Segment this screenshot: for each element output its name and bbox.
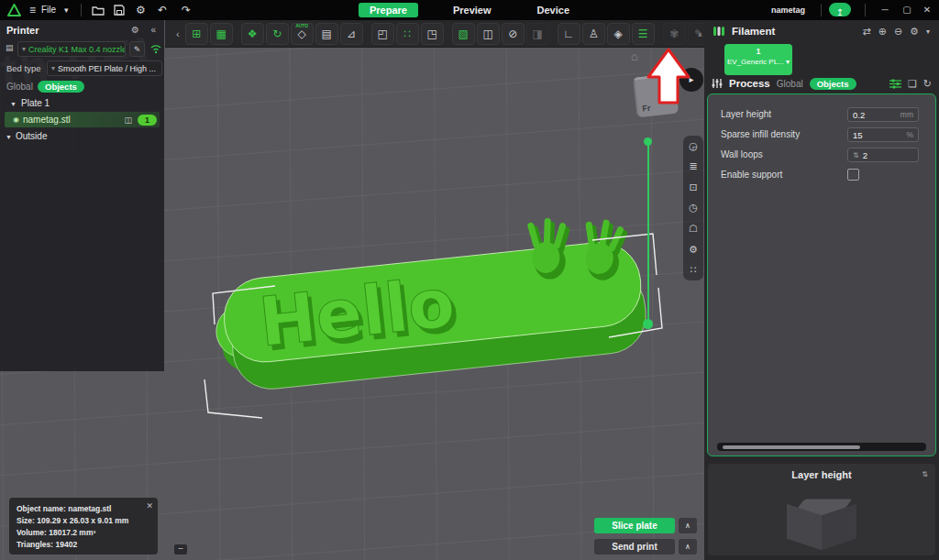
toolbar-expand-icon[interactable]: › bbox=[698, 28, 701, 39]
brim-button[interactable]: ▧ bbox=[452, 23, 475, 45]
light-icon[interactable]: ☖ bbox=[689, 224, 698, 234]
merge-button[interactable]: ◨ bbox=[526, 23, 549, 45]
height-indicator-top-dot[interactable] bbox=[644, 137, 652, 146]
variable-layer-height-icon: ☰ bbox=[638, 27, 648, 40]
align-button[interactable]: ▤ bbox=[315, 23, 338, 45]
tab-objects-process[interactable]: Objects bbox=[810, 78, 856, 90]
auto-orient-button[interactable]: AUTO◇ bbox=[291, 23, 314, 45]
plate-grid-icon[interactable]: ⊡ bbox=[689, 182, 697, 192]
send-print-button[interactable]: Send print bbox=[594, 539, 675, 555]
layer-height-collapse-icon[interactable]: ⇅ bbox=[922, 470, 928, 478]
filament-settings-icon[interactable]: ⚙ bbox=[910, 26, 919, 38]
app-window: oth PEI Hello Hello bbox=[0, 0, 939, 560]
printer-settings-gear-icon[interactable]: ⚙ bbox=[131, 25, 139, 35]
info-triangles: Triangles: 19402 bbox=[17, 539, 150, 551]
rotate-button[interactable]: ↻ bbox=[266, 23, 289, 45]
cloud-upload-icon: ↥ bbox=[836, 7, 844, 17]
info-close-icon[interactable]: ✕ bbox=[146, 501, 153, 511]
outside-caret-icon[interactable]: ▼ bbox=[6, 134, 12, 140]
split-to-objects-icon: ◰ bbox=[378, 27, 388, 40]
info-volume: Volume: 18017.2 mm³ bbox=[17, 527, 150, 539]
add-plate-button[interactable]: ▦ bbox=[210, 23, 233, 45]
split-to-parts-button[interactable]: ∷ bbox=[396, 23, 419, 45]
bed-type-select[interactable]: ▾ Smooth PEI Plate / High ... bbox=[47, 60, 162, 76]
apps-icon[interactable]: ∷ bbox=[690, 265, 697, 275]
infill-unit: % bbox=[906, 130, 913, 139]
scale-to-fit-button[interactable]: ◳ bbox=[421, 23, 444, 45]
filament-remove-icon[interactable]: ⊖ bbox=[894, 26, 902, 38]
toolbar-collapse-icon[interactable]: ‹ bbox=[176, 28, 180, 39]
minimize-button[interactable]: ─ bbox=[875, 0, 895, 20]
process-reset-icon[interactable]: ↻ bbox=[923, 78, 932, 90]
process-scrollbar[interactable] bbox=[717, 443, 926, 451]
process-tune-icon[interactable] bbox=[889, 79, 901, 89]
add-model-icon: ⊞ bbox=[192, 27, 201, 40]
object-tree-item[interactable]: ◉ nametag.stl ◫ 1 bbox=[5, 112, 160, 127]
add-model-button[interactable]: ⊞ bbox=[185, 23, 208, 45]
clone-button[interactable]: ◫ bbox=[477, 23, 500, 45]
printer-edit-button[interactable]: ✎ bbox=[129, 41, 145, 57]
arrange-icon: ❖ bbox=[248, 27, 258, 40]
tab-global-left[interactable]: Global bbox=[6, 82, 33, 92]
speed-gauge-icon[interactable]: ◷ bbox=[689, 203, 698, 213]
enable-support-checkbox[interactable] bbox=[847, 169, 859, 181]
filament-swap-icon[interactable]: ⇄ bbox=[862, 26, 870, 38]
seam-button[interactable]: ◈ bbox=[607, 23, 630, 45]
infill-label: Sparse infill density bbox=[721, 129, 800, 139]
printer-select[interactable]: ▾ Creality K1 Max 0.4 nozzle bbox=[17, 41, 126, 57]
username-label[interactable]: nametag bbox=[771, 0, 805, 20]
maximize-button[interactable]: ▢ bbox=[897, 0, 917, 20]
arrange-button[interactable]: ❖ bbox=[241, 23, 264, 45]
filament-slot-number: 1 bbox=[724, 47, 792, 56]
filament-add-icon[interactable]: ⊕ bbox=[878, 26, 887, 38]
height-indicator-bottom-dot[interactable] bbox=[643, 319, 653, 329]
paint-remove-button[interactable]: ⊘ bbox=[502, 23, 525, 45]
panel-collapse-icon[interactable]: « bbox=[150, 25, 156, 35]
add-plate-icon: ▦ bbox=[216, 27, 226, 40]
plate-caret-icon[interactable]: ▼ bbox=[10, 101, 17, 107]
layer-height-input[interactable]: 0.2 mm bbox=[847, 107, 919, 122]
param-row-layer-height: Layer height 0.2 mm bbox=[708, 107, 935, 123]
settings-panel: Filament ⇄ ⊕ ⊖ ⚙ ▾ 1 EV_Generic PL... ▾ … bbox=[704, 20, 939, 560]
slice-options-button[interactable]: ∧ bbox=[679, 518, 697, 533]
info-collapse-button[interactable]: – bbox=[174, 544, 187, 555]
tab-global-process[interactable]: Global bbox=[777, 79, 803, 89]
support-button[interactable]: ♙ bbox=[582, 23, 605, 45]
filament-collapse-icon[interactable]: ▾ bbox=[926, 27, 930, 36]
split-to-objects-button[interactable]: ◰ bbox=[371, 23, 394, 45]
cloud-upload-button[interactable]: ↥ bbox=[829, 3, 851, 16]
color-paint-button[interactable]: ✾ bbox=[663, 23, 686, 45]
printer-section-title: Printer bbox=[6, 25, 39, 36]
view-settings-icon[interactable]: ⚙ bbox=[689, 245, 698, 255]
variable-layer-height-button[interactable]: ☰ bbox=[632, 23, 655, 45]
split-to-parts-icon: ∷ bbox=[403, 27, 411, 40]
perspective-icon[interactable]: ◶ bbox=[689, 141, 698, 151]
send-options-button[interactable]: ∧ bbox=[679, 539, 697, 555]
tab-preview[interactable]: Preview bbox=[442, 3, 503, 17]
lay-on-face-icon: ⊿ bbox=[347, 27, 356, 40]
close-button[interactable]: ✕ bbox=[917, 0, 937, 20]
measure-button[interactable]: ∟ bbox=[558, 23, 580, 45]
process-scrollbar-thumb[interactable] bbox=[723, 445, 860, 449]
enable-support-label: Enable support bbox=[721, 170, 782, 180]
lay-on-face-button[interactable]: ⊿ bbox=[340, 23, 363, 45]
plate-tree-item[interactable]: Plate 1 bbox=[21, 98, 50, 108]
filament-slot-chip[interactable]: 1 EV_Generic PL... ▾ bbox=[724, 44, 792, 75]
slice-plate-button[interactable]: Slice plate bbox=[594, 518, 675, 533]
visibility-eye-icon[interactable]: ◉ bbox=[13, 115, 19, 124]
filament-slot-name: EV_Generic PL... ▾ bbox=[724, 58, 792, 66]
wifi-icon[interactable] bbox=[149, 43, 162, 54]
wall-loops-stepper[interactable]: ⇅ 2 bbox=[847, 148, 919, 162]
process-params-icon[interactable]: ❏ bbox=[908, 78, 917, 90]
info-size: Size: 109.29 x 26.03 x 9.01 mm bbox=[17, 515, 150, 527]
infill-input[interactable]: 15 % bbox=[847, 127, 919, 142]
layer-height-label: Layer height bbox=[721, 109, 771, 119]
wall-loops-spinner-icon[interactable]: ⇅ bbox=[853, 151, 859, 159]
clone-count-icon[interactable]: ◫ bbox=[124, 115, 132, 125]
home-view-icon[interactable]: ⌂ bbox=[631, 49, 638, 63]
tab-device[interactable]: Device bbox=[526, 3, 580, 17]
tab-prepare[interactable]: Prepare bbox=[359, 3, 418, 17]
outside-tree-item[interactable]: Outside bbox=[16, 131, 47, 141]
tab-objects-left[interactable]: Objects bbox=[38, 81, 84, 93]
section-steps-icon[interactable]: ≣ bbox=[689, 161, 697, 171]
